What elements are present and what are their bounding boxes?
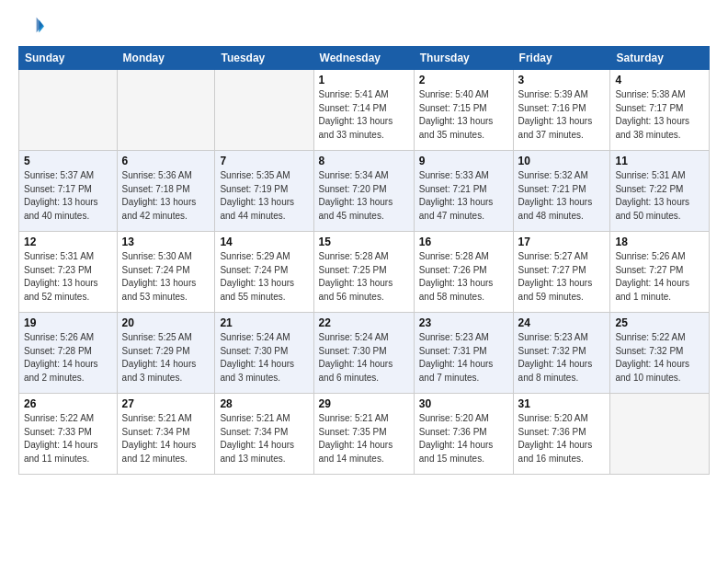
calendar-cell: 31Sunrise: 5:20 AM Sunset: 7:36 PM Dayli… [513,394,610,475]
day-number: 6 [122,155,210,167]
calendar-cell: 11Sunrise: 5:31 AM Sunset: 7:22 PM Dayli… [610,151,710,232]
day-number: 19 [24,316,112,329]
day-number: 5 [24,155,112,167]
day-info: Sunrise: 5:30 AM Sunset: 7:24 PM Dayligh… [122,250,210,304]
day-number: 1 [319,74,409,86]
day-number: 2 [419,74,508,86]
day-info: Sunrise: 5:22 AM Sunset: 7:32 PM Dayligh… [615,331,704,385]
calendar-cell: 29Sunrise: 5:21 AM Sunset: 7:35 PM Dayli… [313,394,414,475]
day-number: 21 [220,316,308,329]
week-row-2: 12Sunrise: 5:31 AM Sunset: 7:23 PM Dayli… [19,232,710,313]
calendar-header: SundayMondayTuesdayWednesdayThursdayFrid… [19,47,710,70]
day-info: Sunrise: 5:32 AM Sunset: 7:21 PM Dayligh… [518,169,606,223]
day-info: Sunrise: 5:29 AM Sunset: 7:24 PM Dayligh… [220,250,308,304]
calendar-cell: 14Sunrise: 5:29 AM Sunset: 7:24 PM Dayli… [215,232,313,313]
day-info: Sunrise: 5:37 AM Sunset: 7:17 PM Dayligh… [24,169,112,223]
day-info: Sunrise: 5:28 AM Sunset: 7:25 PM Dayligh… [319,250,409,304]
calendar-cell: 8Sunrise: 5:34 AM Sunset: 7:20 PM Daylig… [313,151,414,232]
day-info: Sunrise: 5:36 AM Sunset: 7:18 PM Dayligh… [122,169,210,223]
day-number: 15 [319,236,409,248]
day-number: 27 [122,397,210,410]
week-row-1: 5Sunrise: 5:37 AM Sunset: 7:17 PM Daylig… [19,151,710,232]
weekday-saturday: Saturday [610,47,710,70]
weekday-thursday: Thursday [414,47,513,70]
weekday-monday: Monday [117,47,215,70]
day-number: 29 [319,397,409,410]
day-number: 13 [122,236,210,248]
day-number: 23 [419,316,508,329]
day-info: Sunrise: 5:26 AM Sunset: 7:28 PM Dayligh… [24,331,112,385]
calendar-cell: 16Sunrise: 5:28 AM Sunset: 7:26 PM Dayli… [414,232,513,313]
day-number: 12 [24,236,112,248]
day-info: Sunrise: 5:23 AM Sunset: 7:32 PM Dayligh… [518,331,606,385]
day-number: 25 [615,316,704,329]
day-info: Sunrise: 5:41 AM Sunset: 7:14 PM Dayligh… [319,88,409,142]
day-number: 7 [220,155,308,167]
calendar-cell: 2Sunrise: 5:40 AM Sunset: 7:15 PM Daylig… [414,70,513,151]
day-number: 14 [220,236,308,248]
page: SundayMondayTuesdayWednesdayThursdayFrid… [0,0,728,563]
calendar-cell: 4Sunrise: 5:38 AM Sunset: 7:17 PM Daylig… [610,70,710,151]
calendar-cell: 5Sunrise: 5:37 AM Sunset: 7:17 PM Daylig… [19,151,118,232]
day-info: Sunrise: 5:26 AM Sunset: 7:27 PM Dayligh… [615,250,704,304]
day-number: 24 [518,316,606,329]
day-number: 31 [518,397,606,410]
day-info: Sunrise: 5:34 AM Sunset: 7:20 PM Dayligh… [319,169,409,223]
calendar-cell [610,394,710,475]
day-number: 18 [615,236,704,248]
calendar-cell: 1Sunrise: 5:41 AM Sunset: 7:14 PM Daylig… [313,70,414,151]
day-info: Sunrise: 5:24 AM Sunset: 7:30 PM Dayligh… [220,331,308,385]
logo [18,15,48,40]
week-row-0: 1Sunrise: 5:41 AM Sunset: 7:14 PM Daylig… [19,70,710,151]
day-info: Sunrise: 5:38 AM Sunset: 7:17 PM Dayligh… [615,88,704,142]
calendar-cell: 20Sunrise: 5:25 AM Sunset: 7:29 PM Dayli… [117,313,215,394]
day-number: 28 [220,397,308,410]
calendar-cell: 15Sunrise: 5:28 AM Sunset: 7:25 PM Dayli… [313,232,414,313]
calendar-cell: 28Sunrise: 5:21 AM Sunset: 7:34 PM Dayli… [215,394,313,475]
calendar-cell: 25Sunrise: 5:22 AM Sunset: 7:32 PM Dayli… [610,313,710,394]
calendar-cell: 27Sunrise: 5:21 AM Sunset: 7:34 PM Dayli… [117,394,215,475]
calendar-cell [19,70,118,151]
day-number: 16 [419,236,508,248]
logo-icon [18,15,44,40]
weekday-sunday: Sunday [19,47,118,70]
calendar-body: 1Sunrise: 5:41 AM Sunset: 7:14 PM Daylig… [19,70,710,475]
weekday-tuesday: Tuesday [215,47,313,70]
day-info: Sunrise: 5:33 AM Sunset: 7:21 PM Dayligh… [419,169,508,223]
calendar-cell: 10Sunrise: 5:32 AM Sunset: 7:21 PM Dayli… [513,151,610,232]
day-info: Sunrise: 5:23 AM Sunset: 7:31 PM Dayligh… [419,331,508,385]
calendar-cell: 21Sunrise: 5:24 AM Sunset: 7:30 PM Dayli… [215,313,313,394]
day-info: Sunrise: 5:28 AM Sunset: 7:26 PM Dayligh… [419,250,508,304]
weekday-wednesday: Wednesday [313,47,414,70]
day-info: Sunrise: 5:21 AM Sunset: 7:34 PM Dayligh… [220,412,308,465]
day-info: Sunrise: 5:31 AM Sunset: 7:23 PM Dayligh… [24,250,112,304]
weekday-header-row: SundayMondayTuesdayWednesdayThursdayFrid… [19,47,710,70]
day-number: 4 [615,74,704,86]
calendar-cell: 18Sunrise: 5:26 AM Sunset: 7:27 PM Dayli… [610,232,710,313]
calendar-cell: 3Sunrise: 5:39 AM Sunset: 7:16 PM Daylig… [513,70,610,151]
day-info: Sunrise: 5:22 AM Sunset: 7:33 PM Dayligh… [24,412,112,465]
calendar-cell: 19Sunrise: 5:26 AM Sunset: 7:28 PM Dayli… [19,313,118,394]
day-info: Sunrise: 5:20 AM Sunset: 7:36 PM Dayligh… [518,412,606,465]
header [18,15,710,40]
calendar-table: SundayMondayTuesdayWednesdayThursdayFrid… [18,46,710,475]
day-number: 17 [518,236,606,248]
day-info: Sunrise: 5:27 AM Sunset: 7:27 PM Dayligh… [518,250,606,304]
calendar-cell: 9Sunrise: 5:33 AM Sunset: 7:21 PM Daylig… [414,151,513,232]
calendar-cell: 6Sunrise: 5:36 AM Sunset: 7:18 PM Daylig… [117,151,215,232]
day-number: 3 [518,74,606,86]
calendar-cell: 22Sunrise: 5:24 AM Sunset: 7:30 PM Dayli… [313,313,414,394]
day-number: 8 [319,155,409,167]
day-number: 10 [518,155,606,167]
calendar-cell: 13Sunrise: 5:30 AM Sunset: 7:24 PM Dayli… [117,232,215,313]
day-info: Sunrise: 5:31 AM Sunset: 7:22 PM Dayligh… [615,169,704,223]
week-row-4: 26Sunrise: 5:22 AM Sunset: 7:33 PM Dayli… [19,394,710,475]
calendar-cell: 17Sunrise: 5:27 AM Sunset: 7:27 PM Dayli… [513,232,610,313]
calendar-cell [117,70,215,151]
calendar-cell [215,70,313,151]
day-number: 26 [24,397,112,410]
calendar-cell: 12Sunrise: 5:31 AM Sunset: 7:23 PM Dayli… [19,232,118,313]
calendar-cell: 7Sunrise: 5:35 AM Sunset: 7:19 PM Daylig… [215,151,313,232]
day-info: Sunrise: 5:39 AM Sunset: 7:16 PM Dayligh… [518,88,606,142]
day-info: Sunrise: 5:35 AM Sunset: 7:19 PM Dayligh… [220,169,308,223]
